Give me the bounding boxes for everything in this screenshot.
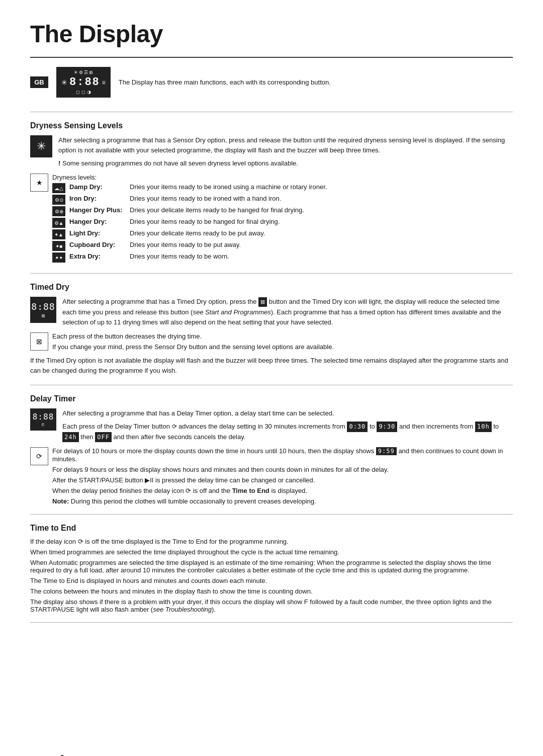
time-to-end-divider — [30, 514, 513, 515]
light-dry-icon: ✦▲ — [52, 229, 65, 239]
tte-para4: The Time to End is displayed in hours an… — [30, 577, 513, 584]
timed-dry-header: Timed Dry — [30, 283, 513, 292]
delay-timer-paras: For delays of 10 hours or more the displ… — [52, 447, 513, 505]
extra-dry-desc: Dries your items ready to be worn. — [130, 253, 327, 260]
cupboard-dry-label: Cupboard Dry: — [69, 241, 130, 248]
delay-off-icon: ⟳ — [186, 487, 191, 494]
damp-dry-desc: Dries your items ready to be ironed usin… — [130, 183, 327, 191]
timed-display-digits: 8:88 — [31, 301, 55, 312]
timed-display-sub: ⊠ — [42, 313, 45, 318]
exclamation-mark: ! — [58, 159, 60, 167]
dryness-level-3: ⚙⊕ Hanger Dry Plus: Dries your delicate … — [52, 206, 327, 216]
dryness-level-4: ⚙▲ Hanger Dry: Dries your items ready to… — [52, 218, 327, 228]
delay-timer-para1: After selecting a programme that has a D… — [62, 408, 513, 418]
iron-dry-icon: ⚙⊙ — [52, 195, 65, 205]
delay-c-button: ⟳ — [30, 447, 48, 465]
delay-timer-text: After selecting a programme that has a D… — [62, 408, 513, 442]
time-to-end-header: Time to End — [30, 524, 513, 533]
tte-para6-end: ). — [212, 606, 216, 613]
page-number: 6 — [60, 753, 64, 756]
bottom-divider — [30, 622, 513, 623]
dryness-level-6: ✦■ Cupboard Dry: Dries your items ready … — [52, 241, 327, 251]
extra-dry-label: Extra Dry: — [69, 253, 130, 260]
delay-para-start: After the START/PAUSE button ▶II is pres… — [52, 476, 513, 484]
timed-dry-section: Timed Dry 8:88 ⊠ After selecting a progr… — [30, 283, 513, 376]
tte-para3: When Automatic programmes are selected t… — [30, 559, 513, 574]
intro-row: GB ✳ ⚙ ☰ ⊞ ✳ 8:88 ≡ ◻ ◻ ◑ The Display ha… — [30, 67, 513, 98]
display-bottom-icons: ◻ ◻ ◑ — [76, 90, 91, 95]
dryness-levels-row: ★ Dryness levels: ☁△ Damp Dry: Dries you… — [30, 174, 513, 264]
hanger-dry-desc: Dries your items ready to be hanged for … — [130, 218, 327, 225]
page-title: The Display — [30, 20, 513, 48]
dryness-sensor-icon: ✳ — [30, 135, 52, 157]
delay-c-icon: ⟳ — [36, 452, 42, 460]
dryness-main-content: ✳ After selecting a programme that has a… — [30, 135, 513, 169]
dryness-levels-content: Dryness levels: ☁△ Damp Dry: Dries your … — [52, 174, 327, 264]
damp-dry-icon: ☁△ — [52, 183, 65, 193]
hanger-dry-label: Hanger Dry: — [69, 218, 130, 225]
delay-val3: 10h — [475, 422, 492, 432]
dryness-header: Dryness Sensing Levels — [30, 121, 513, 130]
delay-display-digits: 8:88 — [33, 412, 54, 422]
timed-dry-main-text: After selecting a programme that has a T… — [62, 297, 513, 327]
dryness-main-para: After selecting a programme that has a S… — [58, 135, 513, 155]
delay-display-c: © — [42, 422, 45, 427]
delay-timer-para2: Each press of the Delay Timer button ⟳ a… — [62, 422, 513, 442]
dryness-note-text: Some sensing programmes do not have all … — [62, 159, 298, 167]
dryness-note: ! Some sensing programmes do not have al… — [58, 158, 513, 169]
timed-dry-para1: After selecting a programme that has a T… — [62, 297, 513, 327]
delay-display-inner: 8:88 © — [33, 412, 54, 427]
timed-dry-button-icon: ⊠ — [258, 297, 267, 307]
display-bottom-mid: ◻ — [81, 90, 85, 95]
segment-display: 8:88 — [69, 76, 100, 89]
delay-display-icon: 8:88 © — [30, 408, 56, 431]
hanger-dry-plus-icon: ⚙⊕ — [52, 206, 65, 216]
display-icon-graphic: ✳ ⚙ ☰ ⊞ ✳ 8:88 ≡ ◻ ◻ ◑ — [56, 67, 111, 98]
tte-para1-text: is off the time displayed is the Time to… — [85, 538, 288, 545]
timed-dry-para4: If the Timed Dry option is not available… — [30, 356, 513, 376]
dryness-levels-label: Dryness levels: — [52, 174, 327, 181]
hanger-dry-plus-desc: Dries your delicate items ready to be ha… — [130, 206, 327, 214]
tte-troubleshooting-italic: see Troubleshooting — [153, 606, 212, 613]
delay-timer-content: 8:88 © After selecting a programme that … — [30, 408, 513, 442]
cupboard-dry-desc: Dries your items ready to be put away. — [130, 241, 327, 248]
iron-dry-desc: Dries your items ready to be ironed with… — [130, 195, 327, 202]
gb-badge: GB — [30, 76, 48, 88]
dryness-star-button: ★ — [30, 174, 48, 192]
display-right-icon: ≡ — [102, 79, 106, 86]
dryness-sensing-section: Dryness Sensing Levels ✳ After selecting… — [30, 121, 513, 264]
light-dry-label: Light Dry: — [69, 229, 130, 237]
delay-timer-divider — [30, 385, 513, 385]
bars-icon: ☰ — [84, 70, 88, 75]
timed-dry-para3: If you change your mind, press the Senso… — [52, 343, 334, 351]
delay-time-val: 9:59 — [376, 447, 397, 455]
delay-timer-header: Delay Timer — [30, 394, 513, 403]
delay-val5: OFF — [95, 432, 112, 443]
damp-dry-label: Damp Dry: — [69, 183, 130, 191]
delay-note: Note: During this period the clothes wil… — [52, 497, 513, 505]
dryness-level-5: ✦▲ Light Dry: Dries your delicate items … — [52, 229, 327, 239]
display-star-icon: ✳ — [61, 78, 67, 87]
delay-main-text: After selecting a programme that has a D… — [62, 409, 334, 417]
note-label: Note: — [52, 497, 69, 505]
delay-timer-section: Delay Timer 8:88 © After selecting a pro… — [30, 394, 513, 505]
star-outline-icon: ★ — [36, 179, 43, 187]
note-text-content: During this period the clothes will tumb… — [71, 497, 316, 505]
dryness-level-1: ☁△ Damp Dry: Dries your items ready to b… — [52, 183, 327, 193]
tte-para1: If the delay icon ⟳ is off the time disp… — [30, 538, 513, 545]
gear-icon: ⚙ — [79, 70, 83, 75]
display-bottom-right: ◑ — [87, 90, 91, 95]
see-start-italic: see Start and Programmes — [193, 308, 270, 316]
timed-dry-button-row: ⊠ Each press of the button decreases the… — [30, 332, 513, 351]
tte-para5: The colons between the hours and minutes… — [30, 587, 513, 595]
tte-para6-text: The display also shows if there is a pro… — [30, 598, 492, 613]
iron-dry-label: Iron Dry: — [69, 195, 130, 202]
time-to-end-bold: Time to End — [232, 487, 269, 494]
dryness-main-text-block: After selecting a programme that has a S… — [58, 135, 513, 169]
timed-dry-paras: Each press of the button decreases the d… — [52, 332, 334, 351]
dryness-level-7: ✦✦ Extra Dry: Dries your items ready to … — [52, 253, 327, 263]
light-dry-desc: Dries your delicate items ready to be pu… — [130, 229, 327, 237]
delay-para-hours: For delays of 10 hours or more the displ… — [52, 447, 513, 463]
timed-dry-para2: Each press of the button decreases the d… — [52, 332, 334, 340]
hanger-dry-icon: ⚙▲ — [52, 218, 65, 228]
